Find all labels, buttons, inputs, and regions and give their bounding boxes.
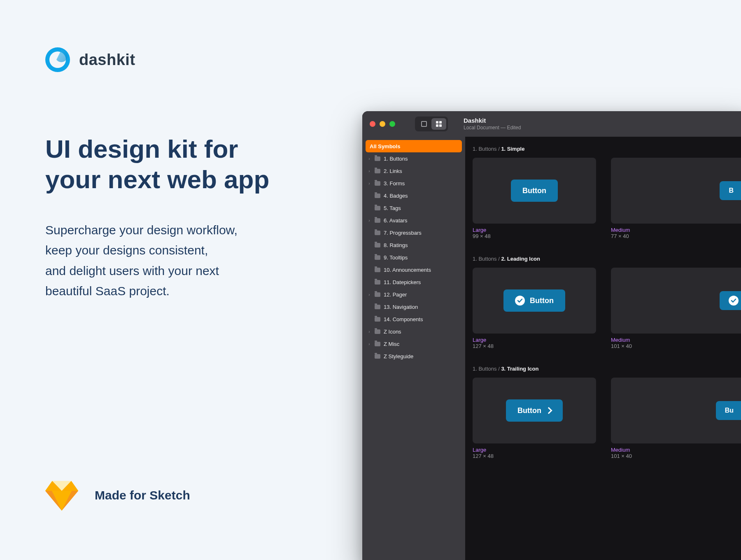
svg-rect-13 <box>439 124 442 127</box>
chevron-right-icon: › <box>367 156 371 161</box>
sample-button[interactable]: B <box>720 181 741 200</box>
subcopy: Supercharge your design workflow, keep y… <box>45 220 342 301</box>
svg-rect-11 <box>439 121 442 124</box>
folder-icon <box>375 342 380 346</box>
sidebar-item[interactable]: ›14. Components <box>362 313 465 325</box>
artboard-row: ButtonLarge127 × 48BuMedium101 × 40 <box>473 378 741 459</box>
folder-icon <box>375 292 380 297</box>
sidebar-item-label: 4. Badges <box>384 193 408 199</box>
sidebar-item[interactable]: ›11. Datepickers <box>362 276 465 288</box>
sidebar-item-label: 12. Pager <box>384 292 407 298</box>
brand-name: dashkit <box>79 51 135 69</box>
sidebar-item-label: 10. Announcements <box>384 267 431 273</box>
sidebar-item[interactable]: ›Z Icons <box>362 325 465 338</box>
artboard-name: Large <box>473 337 596 343</box>
artboard[interactable]: BMedium77 × 40 <box>611 158 741 239</box>
button-label: Button <box>517 406 541 415</box>
artboard-name: Medium <box>611 447 741 453</box>
zoom-window-button[interactable] <box>389 121 395 127</box>
sidebar-item[interactable]: ›7. Progressbars <box>362 226 465 239</box>
folder-icon <box>375 181 380 186</box>
made-for-row: Made for Sketch <box>45 480 190 511</box>
view-toggle <box>415 117 448 131</box>
chevron-right-icon: › <box>367 342 371 346</box>
breadcrumb: 1. Buttons / 2. Leading Icon <box>473 256 741 262</box>
artboard[interactable]: BuMedium101 × 40 <box>611 378 741 459</box>
artboard-surface: B <box>611 158 741 224</box>
sample-button[interactable]: Button <box>503 289 565 312</box>
document-title: Dashkit <box>464 117 521 125</box>
sidebar-item[interactable]: ›9. Tooltips <box>362 251 465 264</box>
sidebar-item[interactable]: ›6. Avatars <box>362 214 465 226</box>
sidebar-item[interactable]: ›2. Links <box>362 165 465 177</box>
traffic-lights <box>370 121 395 127</box>
sidebar-item-label: 6. Avatars <box>384 217 408 224</box>
sidebar-item[interactable]: ›5. Tags <box>362 202 465 214</box>
svg-rect-10 <box>436 121 438 124</box>
sample-button[interactable]: Button <box>506 399 563 422</box>
brand-row: dashkit <box>45 47 342 72</box>
artboard[interactable]: ButtonLarge99 × 48 <box>473 158 596 239</box>
sample-button[interactable]: Button <box>511 180 558 202</box>
sidebar-item[interactable]: ›4. Badges <box>362 189 465 202</box>
chevron-right-icon: › <box>367 181 371 186</box>
document-title-block: Dashkit Local Document — Edited <box>464 117 521 131</box>
view-list-button[interactable] <box>417 118 431 130</box>
sidebar-item[interactable]: ›1. Buttons <box>362 152 465 165</box>
artboard-name: Medium <box>611 227 741 233</box>
svg-rect-9 <box>422 121 426 126</box>
artboard-surface: Button <box>473 158 596 224</box>
artboard-surface: Bu <box>611 378 741 443</box>
sidebar-item[interactable]: ›10. Announcements <box>362 264 465 276</box>
folder-icon <box>375 231 380 235</box>
canvas[interactable]: 1. Buttons / 1. SimpleButtonLarge99 × 48… <box>465 137 741 560</box>
minimize-window-button[interactable] <box>380 121 385 127</box>
folder-icon <box>375 169 380 173</box>
check-circle-icon <box>515 296 525 306</box>
sidebar-item-label: 3. Forms <box>384 180 405 187</box>
sidebar-item[interactable]: ›Z Misc <box>362 338 465 350</box>
sidebar-item-label: 9. Tooltips <box>384 254 408 261</box>
sidebar-item-all-symbols[interactable]: All Symbols <box>366 140 462 152</box>
sidebar-item[interactable]: ›Z Styleguide <box>362 350 465 362</box>
made-for-text: Made for Sketch <box>95 488 190 502</box>
svg-rect-12 <box>436 124 438 127</box>
sidebar-item-label: 11. Datepickers <box>384 279 421 285</box>
headline-line2: your next web app <box>45 165 269 194</box>
headline-line1: UI design kit for <box>45 135 238 163</box>
sidebar-item-label: 1. Buttons <box>384 156 408 162</box>
button-label: Bu <box>725 407 734 414</box>
sidebar-item-label: Z Icons <box>384 329 401 335</box>
folder-icon <box>375 243 380 247</box>
button-label: Button <box>522 187 546 195</box>
view-grid-button[interactable] <box>431 118 446 130</box>
folder-icon <box>375 268 380 272</box>
sidebar-item-label: Z Misc <box>384 341 399 347</box>
sidebar-item-label: 7. Progressbars <box>384 230 422 236</box>
sidebar-item-label: All Symbols <box>370 143 400 149</box>
sketch-icon <box>45 480 78 511</box>
chevron-right-icon: › <box>367 218 371 223</box>
artboard-dimensions: 101 × 40 <box>611 453 741 459</box>
folder-icon <box>375 280 380 285</box>
chevron-right-icon: › <box>367 329 371 334</box>
artboard-row: ButtonLarge99 × 48BMedium77 × 40 <box>473 158 741 239</box>
sample-button[interactable] <box>720 291 741 310</box>
folder-icon <box>375 305 380 309</box>
chevron-right-icon: › <box>367 292 371 297</box>
artboard[interactable]: Medium101 × 40 <box>611 268 741 349</box>
sidebar: All Symbols ›1. Buttons›2. Links›3. Form… <box>362 137 465 560</box>
folder-icon <box>375 329 380 334</box>
sidebar-item[interactable]: ›13. Navigation <box>362 301 465 313</box>
artboard[interactable]: ButtonLarge127 × 48 <box>473 268 596 349</box>
sample-button[interactable]: Bu <box>716 401 741 420</box>
document-subtitle: Local Document — Edited <box>464 125 521 131</box>
sidebar-item[interactable]: ›12. Pager <box>362 288 465 301</box>
artboard-dimensions: 127 × 48 <box>473 453 596 459</box>
artboard[interactable]: ButtonLarge127 × 48 <box>473 378 596 459</box>
close-window-button[interactable] <box>370 121 375 127</box>
sidebar-item[interactable]: ›8. Ratings <box>362 239 465 251</box>
sidebar-item-label: 14. Components <box>384 316 423 322</box>
brand-logo-icon <box>45 47 70 72</box>
sidebar-item[interactable]: ›3. Forms <box>362 177 465 189</box>
